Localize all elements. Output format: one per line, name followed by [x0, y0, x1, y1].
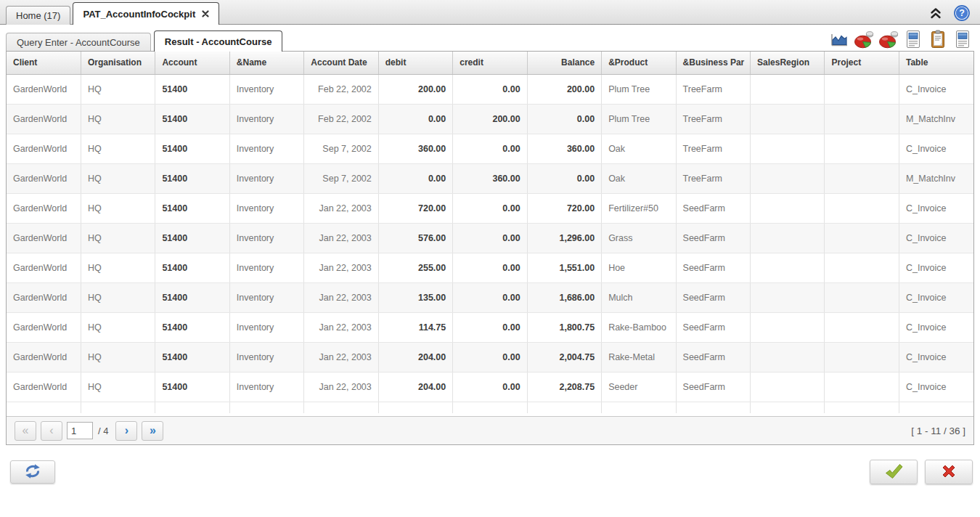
table-cell: Inventory: [229, 312, 303, 342]
pie-chart-icon[interactable]: [878, 30, 899, 49]
subtab-query-enter[interactable]: Query Enter - AccountCourse: [6, 33, 151, 51]
table-cell: Jan 22, 2003: [304, 282, 378, 312]
table-cell: 360.00: [527, 134, 601, 163]
column-header[interactable]: Table: [899, 52, 973, 74]
collapse-icon[interactable]: [929, 7, 942, 19]
table-cell: C_Invoice: [899, 223, 973, 253]
table-cell: SeedFarm: [676, 312, 750, 342]
column-header[interactable]: SalesRegion: [751, 52, 825, 74]
last-page-button[interactable]: »: [142, 421, 163, 441]
tab-account-info-cockpit[interactable]: PAT_AccountInfoCockpit: [73, 2, 219, 25]
table-cell: 1,800.75: [527, 312, 601, 342]
table-cell: 51400: [155, 342, 229, 372]
subtab-result[interactable]: Result - AccountCourse: [154, 30, 283, 52]
table-row[interactable]: GardenWorldHQ51400InventoryFeb 22, 20020…: [7, 104, 973, 134]
table-cell: [751, 372, 825, 402]
table-cell: SeedFarm: [676, 223, 750, 253]
table-row[interactable]: GardenWorldHQ51400InventoryJan 22, 20032…: [7, 342, 973, 372]
table-cell: 51400: [155, 282, 229, 312]
prev-page-button[interactable]: ‹: [41, 421, 62, 441]
next-page-button[interactable]: ›: [115, 421, 137, 441]
close-icon[interactable]: [202, 10, 209, 17]
table-cell: 0.00: [378, 104, 452, 134]
table-cell: 0.00: [453, 223, 527, 253]
table-row[interactable]: GardenWorldHQ51400InventoryJan 22, 20037…: [7, 193, 973, 223]
table-cell: 255.00: [378, 253, 452, 282]
page-number-input[interactable]: [67, 422, 93, 439]
column-header[interactable]: Project: [825, 52, 899, 74]
table-cell: C_Invoice: [899, 282, 973, 312]
table-cell: Seeder: [602, 372, 676, 402]
table-cell: 51400: [155, 253, 229, 282]
result-toolbar: [829, 30, 973, 49]
help-icon[interactable]: ?: [954, 5, 970, 21]
table-cell: TreeFarm: [676, 74, 750, 104]
column-header[interactable]: Organisation: [81, 52, 155, 74]
table-row[interactable]: GardenWorldHQ51400InventorySep 7, 20020.…: [7, 163, 973, 193]
table-cell: 51400: [155, 223, 229, 253]
column-header[interactable]: Client: [7, 52, 81, 74]
table-row[interactable]: GardenWorldHQ51400InventoryJan 22, 20032…: [7, 253, 973, 282]
table-cell: GardenWorld: [7, 74, 81, 104]
refresh-button[interactable]: [10, 460, 55, 484]
column-header[interactable]: Account Date: [304, 52, 378, 74]
table-cell: 720.00: [527, 193, 601, 223]
table-cell: [751, 193, 825, 223]
tab-home[interactable]: Home (17): [6, 6, 70, 25]
tab-account-info-cockpit-label: PAT_AccountInfoCockpit: [83, 9, 195, 20]
spacer-cell: [155, 402, 229, 413]
table-cell: [751, 253, 825, 282]
subtab-result-label: Result - AccountCourse: [165, 36, 272, 47]
table-row[interactable]: GardenWorldHQ51400InventoryFeb 22, 20022…: [7, 74, 973, 104]
table-cell: 2,004.75: [527, 342, 601, 372]
column-header[interactable]: debit: [378, 52, 452, 74]
table-cell: [825, 342, 899, 372]
table-cell: [751, 312, 825, 342]
cancel-button[interactable]: [925, 460, 973, 484]
table-cell: 360.00: [453, 163, 527, 193]
table-row[interactable]: GardenWorldHQ51400InventoryJan 22, 20031…: [7, 282, 973, 312]
column-header[interactable]: &Business Par: [676, 52, 750, 74]
table-cell: C_Invoice: [899, 312, 973, 342]
table-cell: GardenWorld: [7, 193, 81, 223]
column-header[interactable]: &Name: [229, 52, 303, 74]
table-row[interactable]: GardenWorldHQ51400InventoryJan 22, 20032…: [7, 372, 973, 402]
table-cell: GardenWorld: [7, 163, 81, 193]
report-icon[interactable]: [903, 30, 923, 49]
pie-chart-icon[interactable]: [854, 30, 874, 49]
table-cell: C_Invoice: [899, 74, 973, 104]
table-cell: Jan 22, 2003: [304, 223, 378, 253]
table-cell: 204.00: [378, 342, 452, 372]
table-cell: Hoe: [602, 253, 676, 282]
table-cell: Jan 22, 2003: [304, 253, 378, 282]
table-cell: 135.00: [378, 282, 452, 312]
column-header[interactable]: Balance: [527, 52, 601, 74]
table-body: GardenWorldHQ51400InventoryFeb 22, 20022…: [7, 74, 973, 413]
table-row[interactable]: GardenWorldHQ51400InventoryJan 22, 20031…: [7, 312, 973, 342]
table-cell: 0.00: [453, 193, 527, 223]
clipboard-icon[interactable]: [928, 30, 948, 49]
table-cell: HQ: [81, 372, 155, 402]
table-cell: C_Invoice: [899, 253, 973, 282]
table-cell: Jan 22, 2003: [304, 342, 378, 372]
table-cell: GardenWorld: [7, 223, 81, 253]
table-cell: Rake-Bamboo: [602, 312, 676, 342]
table-cell: Oak: [602, 134, 676, 163]
first-page-button[interactable]: «: [15, 421, 36, 441]
subtab-bar: Query Enter - AccountCourse Result - Acc…: [0, 30, 980, 51]
table-row[interactable]: GardenWorldHQ51400InventorySep 7, 200236…: [7, 134, 973, 163]
column-header[interactable]: credit: [453, 52, 527, 74]
spacer-cell: [229, 402, 303, 413]
column-header[interactable]: Account: [155, 52, 229, 74]
area-chart-icon[interactable]: [829, 30, 849, 49]
column-header[interactable]: &Product: [602, 52, 676, 74]
table-cell: GardenWorld: [7, 282, 81, 312]
table-row[interactable]: GardenWorldHQ51400InventoryJan 22, 20035…: [7, 223, 973, 253]
table-cell: Feb 22, 2002: [304, 74, 378, 104]
report-icon[interactable]: [952, 30, 973, 49]
table-cell: GardenWorld: [7, 104, 81, 134]
table-cell: [825, 163, 899, 193]
subtab-query-enter-label: Query Enter - AccountCourse: [17, 37, 140, 48]
spacer-cell: [453, 402, 527, 413]
confirm-button[interactable]: [870, 460, 918, 484]
